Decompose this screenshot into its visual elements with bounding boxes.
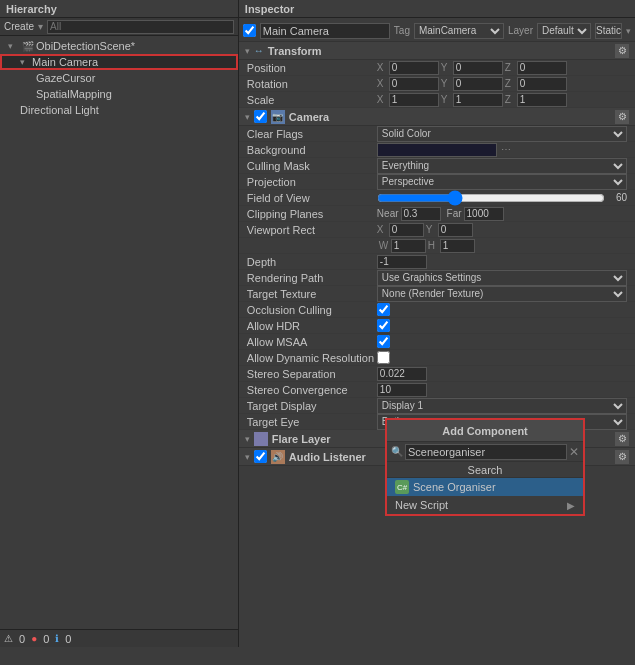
rot-y-input[interactable]	[453, 77, 503, 91]
object-name-input[interactable]	[260, 23, 390, 39]
hierarchy-tree: ▾ 🎬 ObiDetectionScene* ▾ Main Camera Gaz…	[0, 36, 238, 629]
scale-row: Scale X Y Z	[239, 92, 635, 108]
fov-row: Field of View 60	[239, 190, 635, 206]
background-row: Background ⋯	[239, 142, 635, 158]
scale-x-input[interactable]	[389, 93, 439, 107]
vp-y-input[interactable]	[438, 223, 473, 237]
rot-x-input[interactable]	[389, 77, 439, 91]
fov-value: 60	[607, 192, 627, 203]
warning-icon: ⚠	[4, 633, 13, 644]
flare-gear-icon[interactable]: ⚙	[615, 432, 629, 446]
audio-enabled-checkbox[interactable]	[254, 450, 267, 463]
stereo-conv-input[interactable]	[377, 383, 427, 397]
scene-organiser-icon: C#	[395, 480, 409, 494]
audio-listener-title: Audio Listener	[289, 451, 366, 463]
rendering-path-select[interactable]: Use Graphics Settings	[377, 270, 627, 286]
vp-h-label: H	[428, 240, 438, 251]
depth-label: Depth	[247, 256, 377, 268]
camera-collapse-arrow: ▾	[245, 112, 250, 122]
projection-label: Projection	[247, 176, 377, 188]
rot-z-input[interactable]	[517, 77, 567, 91]
clipping-row: Clipping Planes Near Far	[239, 206, 635, 222]
camera-title: Camera	[289, 111, 329, 123]
tree-label-gazecursor: GazeCursor	[36, 72, 95, 84]
camera-section-header[interactable]: ▾ 📷 Camera ⚙	[239, 108, 635, 126]
clear-flags-row: Clear Flags Solid Color	[239, 126, 635, 142]
projection-select[interactable]: Perspective	[377, 174, 627, 190]
vp-x-input[interactable]	[389, 223, 424, 237]
allow-hdr-checkbox[interactable]	[377, 319, 390, 332]
audio-gear-icon[interactable]: ⚙	[615, 450, 629, 464]
hierarchy-search[interactable]	[47, 20, 234, 34]
scene-root[interactable]: ▾ 🎬 ObiDetectionScene*	[0, 38, 238, 54]
layer-select[interactable]: Default	[537, 23, 591, 39]
tree-item-main-camera[interactable]: ▾ Main Camera	[0, 54, 238, 70]
transform-title: Transform	[268, 45, 322, 57]
stereo-sep-input[interactable]	[377, 367, 427, 381]
target-display-select[interactable]: Display 1	[377, 398, 627, 414]
camera-gear-icon[interactable]: ⚙	[615, 110, 629, 124]
position-row: Position X Y Z	[239, 60, 635, 76]
rot-y-label: Y	[441, 78, 451, 89]
projection-row: Projection Perspective	[239, 174, 635, 190]
info-icon: ℹ	[55, 633, 59, 644]
tag-label: Tag	[394, 25, 410, 36]
pos-z-label: Z	[505, 62, 515, 73]
clear-flags-select[interactable]: Solid Color	[377, 126, 627, 142]
comp-item-new-script[interactable]: New Script ▶	[387, 496, 583, 514]
culling-mask-row: Culling Mask Everything	[239, 158, 635, 174]
hierarchy-status-bar: ⚠ 0 ● 0 ℹ 0	[0, 629, 238, 647]
position-label: Position	[247, 62, 377, 74]
vp-w-input[interactable]	[391, 239, 426, 253]
tree-item-directional-light[interactable]: Directional Light	[0, 102, 238, 118]
pos-x-input[interactable]	[389, 61, 439, 75]
camera-enabled-checkbox[interactable]	[254, 110, 267, 123]
pos-y-label: Y	[441, 62, 451, 73]
near-input[interactable]	[401, 207, 441, 221]
far-input[interactable]	[464, 207, 504, 221]
allow-dynamic-checkbox[interactable]	[377, 351, 390, 364]
tree-label-directional-light: Directional Light	[20, 104, 99, 116]
vp-y-label: Y	[426, 224, 436, 235]
tree-item-gazecursor[interactable]: GazeCursor	[0, 70, 238, 86]
object-enabled-checkbox[interactable]	[243, 24, 256, 37]
allow-msaa-label: Allow MSAA	[247, 336, 377, 348]
add-comp-clear-icon[interactable]: ✕	[569, 445, 579, 459]
vp-x-label: X	[377, 224, 387, 235]
error-icon: ●	[31, 633, 37, 644]
scale-z-label: Z	[505, 94, 515, 105]
target-texture-select[interactable]: None (Render Texture)	[377, 286, 627, 302]
comp-item-scene-organiser[interactable]: C# Scene Organiser	[387, 478, 583, 496]
background-color-swatch[interactable]	[377, 143, 497, 157]
search-section-label: Search	[387, 462, 583, 478]
fov-slider[interactable]	[377, 192, 605, 204]
new-script-arrow-icon: ▶	[567, 500, 575, 511]
allow-dynamic-label: Allow Dynamic Resolution	[247, 352, 377, 364]
vp-h-input[interactable]	[440, 239, 475, 253]
depth-input[interactable]	[377, 255, 427, 269]
error-count: 0	[43, 633, 49, 645]
occlusion-checkbox[interactable]	[377, 303, 390, 316]
scale-y-input[interactable]	[453, 93, 503, 107]
static-button[interactable]: Static	[595, 23, 622, 39]
add-component-search-input[interactable]	[405, 444, 567, 460]
hierarchy-panel: Hierarchy Create ▾ ▾ 🎬 ObiDetectionScene…	[0, 0, 239, 647]
tag-select[interactable]: MainCamera	[414, 23, 504, 39]
scale-z-input[interactable]	[517, 93, 567, 107]
create-button[interactable]: Create	[4, 21, 34, 32]
rotation-row: Rotation X Y Z	[239, 76, 635, 92]
transform-gear-icon[interactable]: ⚙	[615, 44, 629, 58]
transform-section-header[interactable]: ▾ ↔ Transform ⚙	[239, 42, 635, 60]
audio-collapse-arrow: ▾	[245, 452, 250, 462]
stereo-conv-row: Stereo Convergence	[239, 382, 635, 398]
fov-label: Field of View	[247, 192, 377, 204]
pos-y-input[interactable]	[453, 61, 503, 75]
culling-mask-select[interactable]: Everything	[377, 158, 627, 174]
tree-item-spatial-mapping[interactable]: SpatialMapping	[0, 86, 238, 102]
allow-msaa-checkbox[interactable]	[377, 335, 390, 348]
hierarchy-header: Hierarchy	[0, 0, 238, 18]
inspector-content: Tag MainCamera Layer Default Static ▾ ▾ …	[239, 18, 635, 647]
search-magnifier-icon: 🔍	[391, 446, 403, 457]
tree-label-spatial-mapping: SpatialMapping	[36, 88, 112, 100]
pos-z-input[interactable]	[517, 61, 567, 75]
